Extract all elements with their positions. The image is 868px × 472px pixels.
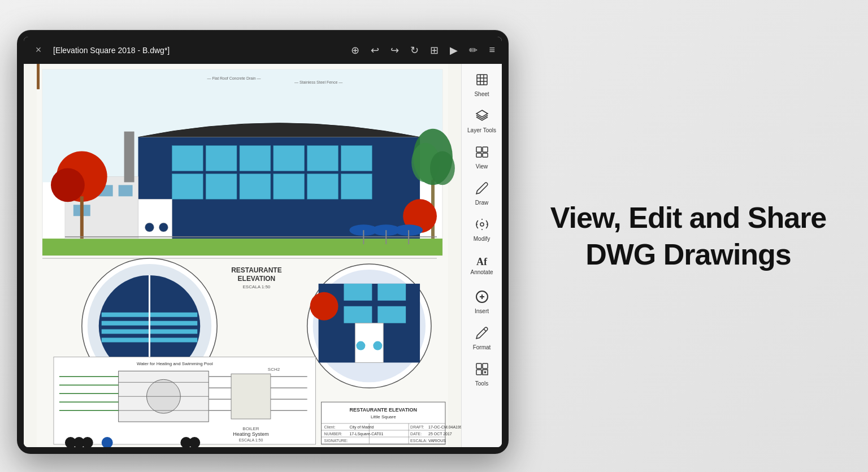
svg-rect-116 [477,75,487,85]
view-icon [475,145,489,161]
svg-rect-61 [377,283,406,300]
undo-icon[interactable]: ↩ [371,44,379,57]
svg-rect-28 [80,196,84,239]
svg-rect-131 [476,363,481,369]
svg-text:— Stainless Steel Fence —: — Stainless Steel Fence — [294,80,342,84]
modify-icon [475,218,489,233]
svg-point-32 [430,151,455,185]
svg-text:City of Madrid: City of Madrid [349,425,374,430]
insert-label: Insert [475,308,489,315]
svg-point-27 [51,168,85,202]
annotate-label: Annotate [470,269,493,276]
toolbar-format[interactable]: Format [465,322,499,356]
refresh-icon[interactable]: ↻ [410,44,419,57]
close-button[interactable]: × [31,42,46,58]
svg-text:Water for Heating and Swimming: Water for Heating and Swimming Pool [137,361,213,366]
svg-rect-3 [42,239,442,256]
format-icon [475,326,489,342]
svg-rect-14 [274,174,305,199]
svg-rect-63 [377,306,406,323]
svg-text:ELEVATION: ELEVATION [238,274,276,282]
svg-rect-15 [307,174,338,199]
right-toolbar: Sheet Layer Tools [461,64,502,447]
menu-icon[interactable]: ≡ [489,44,495,56]
svg-rect-122 [476,147,481,152]
page-wrapper: × [Elevation Square 2018 - B.dwg*] ⊕ ↩ ↪… [0,0,868,472]
svg-rect-23 [119,185,133,196]
sheet-label: Sheet [474,91,489,98]
pen-icon[interactable]: ✏ [469,44,478,57]
svg-rect-124 [476,153,481,157]
svg-text:17-OC-CM.04A199: 17-OC-CM.04A199 [428,425,461,429]
draw-icon [475,181,489,197]
main-area: — Flat Roof Concrete Drain — — Stainless… [24,64,502,447]
format-label: Format [473,344,491,351]
svg-rect-10 [341,145,372,171]
svg-text:— Flat Roof Concrete Drain —: — Flat Roof Concrete Drain — [207,76,261,80]
toolbar-view[interactable]: View [465,141,499,175]
svg-text:25 OCT 2017: 25 OCT 2017 [428,432,452,436]
svg-rect-123 [483,147,488,152]
hero-section: View, Edit and Share DWG Drawings [509,177,868,296]
svg-rect-9 [307,145,338,171]
toolbar-insert[interactable]: Insert [465,285,499,319]
insert-icon [475,290,489,306]
svg-rect-5 [172,145,203,171]
svg-rect-8 [274,145,305,171]
tools-icon [475,362,489,378]
svg-point-18 [145,223,154,232]
svg-text:ESCALA 1:50: ESCALA 1:50 [243,284,271,289]
toolbar-layer-tools[interactable]: Layer Tools [465,105,499,138]
svg-text:DATE:: DATE: [410,432,422,436]
hero-line1: View, Edit and Share [550,201,827,234]
tools-label: Tools [475,380,488,387]
svg-point-67 [310,292,338,320]
svg-line-130 [484,329,486,331]
svg-text:BOILER: BOILER [242,426,259,431]
toolbar-actions: ⊕ ↩ ↪ ↻ ⊞ ▶ ✏ ≡ [351,44,495,57]
svg-point-65 [356,341,365,350]
svg-text:Little Square: Little Square [371,414,396,419]
svg-rect-16 [341,174,372,199]
svg-text:Client:: Client: [324,425,336,429]
drawing-canvas: — Flat Roof Concrete Drain — — Stainless… [24,64,461,447]
svg-text:ESCALA:: ESCALA: [410,439,427,443]
crosshair-icon[interactable]: ⊕ [351,44,359,57]
svg-rect-60 [344,283,372,300]
toolbar-annotate[interactable]: Af Annotate [465,249,499,283]
svg-rect-12 [206,174,237,199]
svg-text:SIGNATURE:: SIGNATURE: [324,439,348,443]
grid-icon[interactable]: ⊞ [430,44,439,57]
svg-rect-17 [138,199,172,239]
view-label: View [476,163,488,170]
modify-label: Modify [474,236,490,243]
svg-rect-133 [476,370,481,375]
svg-point-19 [159,223,168,232]
redo-icon[interactable]: ↪ [390,44,399,57]
layer-tools-icon [475,109,489,125]
dwg-drawing: — Flat Roof Concrete Drain — — Stainless… [24,64,461,447]
hero-text-block: View, Edit and Share DWG Drawings [550,200,827,273]
svg-rect-105 [231,374,271,419]
toolbar-sheet[interactable]: Sheet [465,68,499,102]
svg-text:RESTAURANTE ELEVATION: RESTAURANTE ELEVATION [349,407,417,413]
svg-rect-11 [172,174,203,199]
svg-rect-62 [344,306,372,323]
svg-point-66 [373,341,382,350]
svg-rect-34 [37,64,40,89]
svg-rect-125 [483,153,488,157]
svg-text:SCH2: SCH2 [268,367,280,372]
tablet-device: × [Elevation Square 2018 - B.dwg*] ⊕ ↩ ↪… [17,30,509,454]
document-title: [Elevation Square 2018 - B.dwg*] [53,46,344,55]
svg-rect-6 [206,145,237,171]
hero-line2: DWG Drawings [585,238,791,271]
toolbar-draw[interactable]: Draw [465,177,499,211]
svg-text:ESCALA 1:50: ESCALA 1:50 [239,438,263,442]
toolbar-modify[interactable]: Modify [465,213,499,247]
svg-text:RESTAURANTE: RESTAURANTE [231,266,281,274]
play-icon[interactable]: ▶ [450,44,458,57]
svg-rect-13 [240,174,271,199]
title-bar: × [Elevation Square 2018 - B.dwg*] ⊕ ↩ ↪… [24,37,502,64]
hero-title-line1: View, Edit and Share DWG Drawings [550,200,827,273]
toolbar-tools[interactable]: Tools [465,358,499,392]
